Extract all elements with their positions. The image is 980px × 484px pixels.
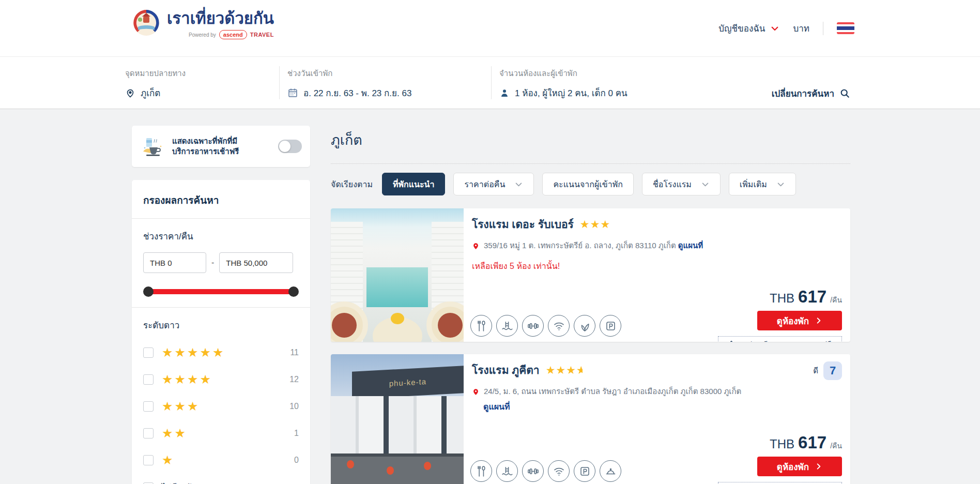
- sort-option-label: เพิ่มเติม: [740, 178, 767, 191]
- sort-bar: จัดเรียงตาม ที่พักแนะนำราคาต่อคืนคะแนนจา…: [331, 172, 850, 196]
- sort-option-1[interactable]: ที่พักแนะนำ: [382, 173, 446, 195]
- hotel-address: 24/5, ม. 6, ถนน เทพกระษัตรี ตำบล รัษฎา อ…: [484, 386, 741, 397]
- hotel-name[interactable]: โรงแรม เดอะ รับเบอร์: [472, 216, 574, 233]
- sort-option-label: ที่พักแนะนำ: [393, 178, 435, 191]
- thai-flag-icon[interactable]: [837, 22, 854, 34]
- wallet-icon: [724, 340, 733, 342]
- results-panel: ภูเก็ต จัดเรียงตาม ที่พักแนะนำราคาต่อคืน…: [331, 126, 850, 484]
- deal-unit: /คืน: [824, 339, 836, 342]
- deal-prefix: คุณจ่ายเพียง: [737, 339, 776, 342]
- breakfast-filter-label: แสดงเฉพาะที่พักที่มี บริการอาหารเช้าฟรี: [172, 136, 271, 157]
- deal-amount: THB 370.20: [779, 340, 821, 342]
- checkbox[interactable]: [143, 455, 154, 465]
- strip-divider: [279, 66, 280, 99]
- price-min-input[interactable]: THB 0: [143, 252, 206, 273]
- map-pin-icon: [472, 387, 480, 396]
- star-filter-option[interactable]: ★★★10: [143, 400, 299, 413]
- amenities-row: [470, 460, 625, 482]
- subsidized-price-badge: คุณจ่ายเพียง THB 370.20 /คืน: [718, 336, 842, 342]
- destination-label: จุดหมายปลายทาง: [125, 67, 186, 80]
- occupancy-field[interactable]: จำนวนห้องและผู้เข้าพัก 1 ห้อง, ผู้ใหญ่ 2…: [499, 67, 627, 100]
- header-divider: [823, 22, 823, 35]
- site-logo[interactable]: เราเที่ยวด้วยกัน Powered by ascend TRAVE…: [132, 8, 274, 39]
- currency-selector[interactable]: บาท: [793, 21, 809, 35]
- location-pin-icon: [125, 88, 135, 98]
- chevron-right-icon: [815, 463, 822, 470]
- price-unit: /คืน: [830, 294, 842, 306]
- chevron-down-icon: [776, 180, 785, 189]
- star-filter-label: ระดับดาว: [143, 318, 299, 332]
- hotel-photo-sign: phu-ke-ta: [389, 377, 426, 388]
- sort-option-label: ชื่อโรงแรม: [653, 178, 692, 191]
- price-unit: /คืน: [830, 440, 842, 451]
- my-account-label: บัญชีของฉัน: [718, 21, 765, 35]
- view-rooms-label: ดูห้องพัก: [777, 460, 809, 474]
- brand-travel: TRAVEL: [250, 32, 274, 38]
- restaurant-icon: [470, 315, 492, 337]
- room-service-icon: [600, 460, 621, 482]
- price-range-slider[interactable]: [144, 286, 298, 297]
- pool-icon: [496, 315, 518, 337]
- map-pin-icon: [472, 241, 480, 250]
- divider: [331, 163, 850, 164]
- view-rooms-label: ดูห้องพัก: [777, 314, 809, 328]
- toggle-knob: [279, 141, 290, 152]
- breakfast-toggle[interactable]: [278, 140, 302, 153]
- logo-title: เราเที่ยวด้วยกัน: [167, 8, 274, 29]
- star-count: 11: [290, 348, 299, 357]
- dates-value: อ. 22 ก.ย. 63 - พ. 23 ก.ย. 63: [303, 86, 411, 100]
- hotel-star-rating: ★★★★: [546, 364, 583, 376]
- view-map-link[interactable]: ดูแผนที่: [678, 241, 703, 250]
- slider-handle-max[interactable]: [288, 286, 299, 297]
- hotel-card[interactable]: โรงแรม เดอะ รับเบอร์ ★★★ 359/16 หมู่ 1 ต…: [331, 208, 850, 342]
- star-count: 10: [289, 402, 299, 411]
- dates-field[interactable]: ช่วงวันเข้าพัก อ. 22 ก.ย. 63 - พ. 23 ก.ย…: [287, 67, 411, 100]
- my-account-menu[interactable]: บัญชีของฉัน: [718, 21, 779, 35]
- change-search-button[interactable]: เปลี่ยนการค้นหา: [772, 86, 850, 100]
- spa-icon: [574, 315, 595, 337]
- sort-option-5[interactable]: เพิ่มเติม: [729, 173, 796, 195]
- view-rooms-button[interactable]: ดูห้องพัก: [757, 457, 842, 476]
- hotel-card[interactable]: phu-ke-ta โรงแรม ภูคีตา ★★★★: [331, 354, 850, 484]
- star-count: 12: [289, 375, 299, 384]
- star-count: 1: [294, 429, 299, 438]
- view-rooms-button[interactable]: ดูห้องพัก: [757, 311, 842, 330]
- star-filter-option[interactable]: ★★★★12: [143, 373, 299, 386]
- subsidized-price-badge: คุณจ่ายเพียง THB 370.20 /คืน: [718, 482, 842, 484]
- sort-by-label: จัดเรียงตาม: [331, 178, 373, 191]
- price-amount: 617: [798, 287, 826, 307]
- view-map-link[interactable]: ดูแผนที่: [483, 400, 842, 413]
- occupancy-value: 1 ห้อง, ผู้ใหญ่ 2 คน, เด็ก 0 คน: [515, 86, 627, 100]
- price-range-separator: -: [211, 258, 214, 267]
- price: THB 617 /คืน: [770, 287, 842, 307]
- sort-option-label: คะแนนจากผู้เข้าพัก: [553, 178, 623, 191]
- hotel-name[interactable]: โรงแรม ภูคีตา: [472, 361, 540, 379]
- rating-score-badge: 7: [823, 361, 842, 380]
- slider-track: [144, 289, 298, 294]
- star-filter-option[interactable]: ★0: [143, 454, 299, 466]
- price-currency: THB: [770, 291, 794, 306]
- hotel-photo: [331, 208, 464, 342]
- checkbox[interactable]: [143, 482, 154, 484]
- checkbox[interactable]: [143, 347, 154, 358]
- checkbox[interactable]: [143, 401, 154, 412]
- search-icon: [839, 88, 850, 99]
- checkbox[interactable]: [143, 428, 154, 438]
- rating-word: ดี: [813, 365, 818, 377]
- sort-option-3[interactable]: คะแนนจากผู้เข้าพัก: [542, 173, 634, 195]
- slider-handle-min[interactable]: [143, 286, 154, 297]
- star-filter-option[interactable]: ★★1: [143, 427, 299, 440]
- star-filter-option[interactable]: ไม่มีระดับดาว0: [143, 481, 299, 484]
- checkbox[interactable]: [143, 374, 154, 385]
- restaurant-icon: [470, 460, 492, 482]
- destination-field[interactable]: จุดหมายปลายทาง ภูเก็ต: [125, 67, 186, 100]
- sort-option-2[interactable]: ราคาต่อคืน: [453, 173, 534, 195]
- amenities-row: [470, 315, 625, 337]
- star-count: 0: [294, 456, 299, 465]
- wifi-icon: [548, 315, 570, 337]
- parking-icon: [600, 315, 621, 337]
- sort-option-4[interactable]: ชื่อโรงแรม: [642, 173, 721, 195]
- star-filter-option[interactable]: ★★★★★11: [143, 346, 299, 359]
- price-max-input[interactable]: THB 50,000: [219, 252, 293, 273]
- star-icons: ★★★: [162, 400, 289, 413]
